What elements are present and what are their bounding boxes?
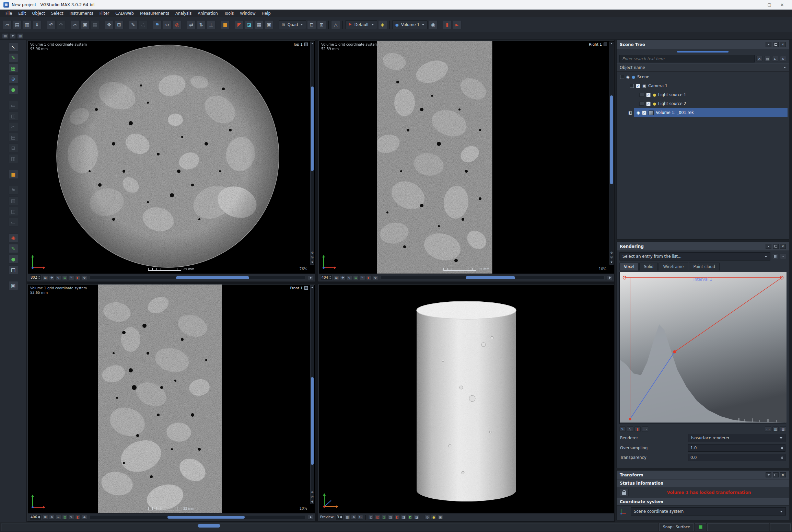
sync-views-button[interactable]: ⊞ [334, 275, 339, 280]
menu-filter[interactable]: Filter [100, 11, 109, 16]
overview-scrollbar[interactable] [198, 524, 220, 528]
search-next-button[interactable]: ▸ [772, 56, 778, 61]
grid-pane-button[interactable]: ⊞ [317, 20, 326, 29]
tf-draw-button[interactable]: ✎ [619, 426, 626, 432]
visibility-checkbox[interactable]: ✓ [636, 84, 640, 88]
erase-button[interactable]: ◌ [139, 20, 148, 29]
object-name-header[interactable]: Object name [617, 63, 789, 72]
menu-help[interactable]: Help [262, 11, 271, 16]
tf-interval-button[interactable]: ▮ [634, 426, 641, 432]
panel-menu-button[interactable] [766, 472, 771, 477]
panel-tool-button[interactable]: ◫ [9, 207, 18, 216]
menu-edit[interactable]: Edit [18, 11, 26, 16]
rendering-preset-caret-button[interactable] [780, 254, 786, 259]
clip-box-button-6[interactable]: ◨ [401, 515, 406, 520]
grid-toggle-button[interactable]: ▦ [255, 20, 264, 29]
draw-button[interactable]: ✎ [129, 20, 138, 29]
tab-solid[interactable]: Solid [639, 263, 658, 270]
clip-box-button-2[interactable]: ◱ [375, 515, 380, 520]
pan-button[interactable]: + [311, 499, 314, 503]
horizontal-scroll-thumb[interactable] [167, 516, 245, 519]
menu-object[interactable]: Object [32, 11, 45, 16]
preset-select[interactable]: ⚑ Default [345, 20, 377, 29]
panel-close-button[interactable]: ✕ [780, 244, 786, 249]
histogram-option-button-2[interactable]: ▥ [772, 426, 779, 432]
menu-measurements[interactable]: Measurements [140, 11, 169, 16]
fit-view-button[interactable]: ⊕ [311, 251, 314, 254]
recenter-button[interactable]: ◎ [311, 255, 314, 259]
mesh-button[interactable]: △ [331, 20, 340, 29]
annotation-flag-button[interactable]: ⚑ [153, 20, 162, 29]
tree-node-scene[interactable]: − ◉ ● Scene [617, 72, 789, 81]
save-button[interactable]: ▥ [23, 20, 32, 29]
clip-slice-button[interactable]: ◧ [366, 275, 372, 280]
vertical-scrollbar[interactable] [310, 42, 314, 265]
profile-line-button[interactable]: ∿ [56, 275, 61, 280]
shade-tool-button[interactable]: ▧ [9, 196, 18, 205]
clear-search-button[interactable]: ✕ [756, 56, 762, 61]
target-button[interactable]: ◎ [173, 20, 182, 29]
pan-3d-button[interactable]: ✥ [351, 515, 357, 520]
minimize-button[interactable]: — [755, 2, 759, 7]
align-button[interactable]: ⊥ [207, 20, 216, 29]
clip-box-button-3[interactable]: ◲ [381, 515, 387, 520]
expander-icon[interactable]: − [630, 84, 634, 88]
new-project-button[interactable]: ▱ [3, 20, 12, 29]
preview-level-input[interactable]: 3 [336, 514, 343, 520]
dock-layout-button[interactable]: ▤ [2, 33, 8, 39]
clip-box-button-7[interactable]: ◩ [407, 515, 413, 520]
slice-number-input[interactable]: 802 [29, 275, 42, 280]
paste-button[interactable]: ▦ [91, 20, 100, 29]
visibility-checkbox[interactable]: ✓ [646, 93, 651, 97]
tab-point-cloud[interactable]: Point cloud [689, 263, 719, 270]
ruler-button[interactable]: ▤ [353, 275, 359, 280]
annotate-button[interactable]: ✎ [69, 515, 74, 520]
panel-float-button[interactable] [773, 472, 779, 477]
vertical-scrollbar[interactable] [310, 285, 314, 504]
sphere-tool-button[interactable]: ● [9, 255, 18, 264]
redo-button[interactable]: ↷ [57, 20, 66, 29]
view-front-canvas[interactable]: Volume 1 grid coordinate system 52.65 mm… [28, 285, 315, 513]
light-button[interactable]: ● [431, 515, 436, 520]
menu-tools[interactable]: Tools [224, 11, 234, 16]
square-tool-button[interactable]: □ [9, 265, 18, 274]
scroll-up-button[interactable] [311, 42, 314, 45]
volume-select[interactable]: ● Volume 1 [392, 20, 428, 29]
zoom-fit-button[interactable]: ⊕ [82, 515, 87, 520]
copy-button[interactable]: ▣ [81, 20, 90, 29]
fit-view-button[interactable]: ⊕ [610, 251, 613, 254]
maximize-view-icon[interactable] [304, 43, 308, 46]
render-settings-button[interactable]: ▣ [438, 515, 443, 520]
vertical-scroll-thumb[interactable] [311, 86, 314, 171]
horizontal-scrollbar[interactable] [90, 276, 305, 280]
histogram-option-button-3[interactable]: ▦ [780, 426, 786, 432]
slice-number-input[interactable]: 406 [29, 514, 42, 520]
material-tool-button[interactable]: ■ [9, 170, 18, 179]
swap-axes-button[interactable]: ⇄ [187, 20, 196, 29]
maximize-view-icon[interactable] [304, 286, 308, 290]
horizontal-scroll-thumb[interactable] [176, 276, 249, 279]
oversampling-input[interactable]: 1.0 [688, 444, 785, 452]
clip-slice-button[interactable]: ◧ [75, 275, 81, 280]
visibility-checkbox[interactable]: ✓ [646, 102, 651, 106]
clip-box-button-1[interactable]: ◰ [368, 515, 374, 520]
scroll-right-button[interactable] [308, 275, 313, 280]
renderer-select[interactable]: Isosurface renderer [688, 434, 785, 442]
vertical-scroll-thumb[interactable] [610, 95, 613, 184]
menu-animation[interactable]: Animation [198, 11, 218, 16]
horizontal-scrollbar[interactable] [381, 276, 605, 280]
vertical-scroll-thumb[interactable] [311, 377, 314, 464]
scroll-up-button[interactable] [610, 42, 613, 45]
recenter-button[interactable]: ◎ [311, 495, 314, 498]
profile-line-button[interactable]: ∿ [56, 515, 61, 520]
maximize-button[interactable]: ▢ [768, 2, 771, 7]
clipboard-note-button[interactable]: ▣ [265, 20, 273, 29]
scroll-up-button[interactable] [311, 286, 314, 289]
fit-view-button[interactable]: ⊕ [311, 490, 314, 494]
view-right-canvas[interactable]: Volume 1 grid coordinate system 52.39 mm… [319, 41, 614, 274]
tree-node-light-2[interactable]: ✓ ● Light source 2 [617, 99, 789, 108]
annotate-button[interactable]: ✎ [360, 275, 365, 280]
menu-analysis[interactable]: Analysis [175, 11, 191, 16]
visibility-checkbox[interactable]: ✓ [642, 111, 647, 115]
panel-float-button[interactable] [773, 244, 779, 249]
